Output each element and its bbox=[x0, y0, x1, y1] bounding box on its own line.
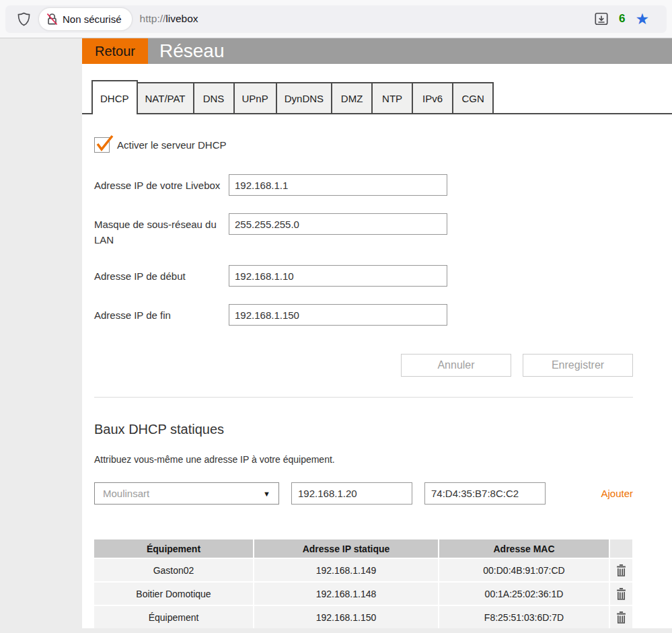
device-select[interactable]: Moulinsart ▼ bbox=[94, 482, 279, 505]
lease-table: ÉquipementAdresse IP statiqueAdresse MAC… bbox=[94, 539, 633, 628]
tab-cgn[interactable]: CGN bbox=[452, 82, 494, 113]
static-leases-description: Attribuez vous-même une adresse IP à vot… bbox=[94, 454, 633, 465]
table-cell-mac: F8:25:51:03:6D:7D bbox=[439, 606, 609, 628]
tab-dhcp[interactable]: DHCP bbox=[91, 80, 138, 114]
url-bar[interactable]: Non sécurisé http://livebox 6 ★ bbox=[5, 5, 667, 33]
back-button[interactable]: Retour bbox=[82, 38, 148, 64]
tab-ntp[interactable]: NTP bbox=[371, 82, 413, 113]
mac-address-input[interactable] bbox=[424, 482, 546, 505]
table-cell-device: Boitier Domotique bbox=[94, 583, 253, 605]
bookmark-star-icon[interactable]: ★ bbox=[635, 11, 649, 27]
delete-lease-button[interactable] bbox=[610, 559, 632, 581]
dhcp-field-label: Adresse IP de votre Livebox bbox=[94, 174, 229, 193]
dhcp-field-row: Adresse IP de début bbox=[94, 265, 633, 287]
table-cell-ip: 192.168.1.148 bbox=[254, 583, 438, 605]
cancel-button[interactable]: Annuler bbox=[401, 354, 511, 377]
browser-toolbar: Non sécurisé http://livebox 6 ★ bbox=[0, 0, 672, 38]
url-scheme: http:// bbox=[140, 13, 166, 24]
dhcp-field-input[interactable] bbox=[229, 265, 447, 287]
save-button[interactable]: Enregistrer bbox=[523, 354, 633, 377]
table-header-cell: Adresse MAC bbox=[439, 539, 609, 558]
device-select-value: Moulinsart bbox=[103, 488, 149, 499]
url-host: livebox bbox=[165, 13, 198, 24]
tab-ipv6[interactable]: IPv6 bbox=[412, 82, 453, 113]
page-left-margin bbox=[0, 38, 82, 628]
table-header-cell-empty bbox=[610, 539, 632, 558]
delete-lease-button[interactable] bbox=[610, 583, 632, 605]
tab-upnp[interactable]: UPnP bbox=[233, 82, 277, 113]
add-lease-link[interactable]: Ajouter bbox=[601, 488, 633, 499]
dhcp-field-label: Adresse IP de début bbox=[94, 265, 229, 284]
dhcp-field-row: Adresse IP de votre Livebox bbox=[94, 174, 633, 196]
static-leases-title: Baux DHCP statiques bbox=[94, 422, 633, 437]
trash-icon[interactable] bbox=[615, 563, 627, 577]
tab-dns[interactable]: DNS bbox=[193, 82, 235, 113]
security-label: Non sécurisé bbox=[63, 13, 122, 25]
static-ip-input[interactable] bbox=[291, 482, 412, 505]
dhcp-field-label: Masque de sous-réseau du LAN bbox=[94, 213, 229, 248]
dhcp-field-input[interactable] bbox=[229, 174, 447, 196]
tab-nat-pat[interactable]: NAT/PAT bbox=[137, 82, 194, 113]
dhcp-enable-checkbox[interactable] bbox=[94, 137, 110, 153]
table-header-cell: Équipement bbox=[94, 539, 253, 558]
table-header-cell: Adresse IP statique bbox=[254, 539, 438, 558]
table-cell-ip: 192.168.1.149 bbox=[254, 559, 438, 581]
delete-lease-button[interactable] bbox=[610, 606, 632, 628]
checkmark-icon bbox=[95, 133, 115, 153]
security-indicator[interactable]: Non sécurisé bbox=[39, 8, 132, 30]
page-bottom-margin bbox=[0, 628, 672, 633]
shield-icon[interactable] bbox=[17, 12, 30, 26]
dhcp-field-label: Adresse IP de fin bbox=[94, 304, 229, 323]
dhcp-field-input[interactable] bbox=[229, 304, 447, 326]
section-divider bbox=[94, 397, 633, 398]
downloads-count-badge: 6 bbox=[619, 12, 625, 26]
tab-dmz[interactable]: DMZ bbox=[331, 82, 373, 113]
dhcp-field-input[interactable] bbox=[229, 213, 447, 235]
dhcp-enable-label: Activer le serveur DHCP bbox=[117, 139, 227, 151]
tab-dyndns[interactable]: DynDNS bbox=[276, 82, 332, 113]
table-cell-device: Équipement bbox=[94, 606, 253, 628]
chevron-down-icon: ▼ bbox=[263, 490, 270, 498]
table-cell-ip: 192.168.1.150 bbox=[254, 606, 438, 628]
address-text[interactable]: http://livebox bbox=[140, 13, 198, 25]
trash-icon[interactable] bbox=[615, 587, 627, 601]
dhcp-field-row: Masque de sous-réseau du LAN bbox=[94, 213, 633, 248]
trash-icon[interactable] bbox=[615, 610, 627, 624]
downloads-icon[interactable] bbox=[594, 11, 609, 26]
dhcp-fields: Adresse IP de votre Livebox Masque de so… bbox=[94, 174, 633, 326]
tabs: DHCPNAT/PATDNSUPnPDynDNSDMZNTPIPv6CGN bbox=[82, 80, 672, 114]
insecure-lock-icon bbox=[46, 13, 58, 26]
table-cell-mac: 00:1A:25:02:36:1D bbox=[439, 583, 609, 605]
table-cell-device: Gaston02 bbox=[94, 559, 253, 581]
page-title: Réseau bbox=[148, 38, 672, 64]
dhcp-field-row: Adresse IP de fin bbox=[94, 304, 633, 326]
table-cell-mac: 00:D0:4B:91:07:CD bbox=[439, 559, 609, 581]
